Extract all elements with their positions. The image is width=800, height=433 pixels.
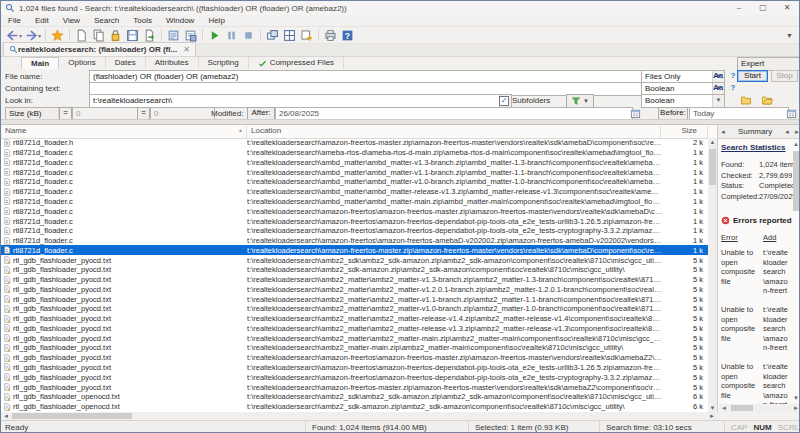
table-row[interactable]: rtl_gdb_flashloader_pyocd.txtt:\realtekl… <box>1 343 708 353</box>
summary-horizontal-scrollbar[interactable]: ◄ ► <box>719 404 800 412</box>
open-results-icon[interactable] <box>165 28 182 43</box>
criteria-tab-main[interactable]: Main <box>21 57 59 69</box>
containing-text-help-icon[interactable]: ? <box>727 82 739 93</box>
table-row[interactable]: crtl8721d_floader.ct:\realtekloadersearc… <box>1 245 708 255</box>
save-icon[interactable] <box>124 28 141 43</box>
table-row[interactable]: rtl_gdb_flashloader_pyocd.txtt:\realtekl… <box>1 324 708 334</box>
summary-vscroll-thumb[interactable] <box>793 151 799 211</box>
menu-help[interactable]: Help <box>201 15 231 27</box>
summary-scroll-down-icon[interactable]: ▼ <box>792 395 800 401</box>
look-in-input[interactable]: t:\realtekloadersearch\▼ <box>89 94 512 108</box>
search-tab[interactable]: realtekloadersearch: (flashloader) OR (f… <box>3 42 196 56</box>
start-icon[interactable] <box>206 28 223 43</box>
search-filter-button[interactable]: ▼ <box>566 94 594 108</box>
file-name-case-button[interactable]: Aa <box>711 70 725 81</box>
summary-scroll-up-icon[interactable]: ▲ <box>792 141 800 147</box>
menu-view[interactable]: View <box>56 15 87 27</box>
scroll-up-icon[interactable]: ▲ <box>708 139 717 145</box>
scroll-right-icon[interactable]: ► <box>708 413 716 419</box>
summary-vertical-scrollbar[interactable]: ▲ ▼ <box>792 141 800 401</box>
summary-tab[interactable]: Summary <box>728 127 782 136</box>
start-button[interactable]: Start <box>737 70 768 82</box>
scroll-left-icon[interactable]: ◄ <box>2 413 10 419</box>
table-row[interactable]: crtl8721d_floader.ct:\realtekloadersearc… <box>1 177 708 187</box>
look-in-type-dropdown-icon[interactable]: ▼ <box>712 95 724 107</box>
print-icon[interactable] <box>322 28 339 43</box>
open-folder-icon[interactable] <box>759 94 775 106</box>
column-header-location[interactable]: Location <box>247 125 661 138</box>
save-results-icon[interactable] <box>182 28 199 43</box>
column-header-size[interactable]: Size <box>661 125 708 138</box>
table-row[interactable]: rtl_gdb_flashloader_pyocd.txtt:\realtekl… <box>1 382 708 392</box>
table-row[interactable]: crtl8721d_floader.ct:\realtekloadersearc… <box>1 216 708 226</box>
table-row[interactable]: rtl_gdb_flashloader_pyocd.txtt:\realtekl… <box>1 294 708 304</box>
table-row[interactable]: rtl_gdb_flashloader_pyocd.txtt:\realtekl… <box>1 333 708 343</box>
table-row[interactable]: crtl8721d_floader.ct:\realtekloadersearc… <box>1 206 708 216</box>
table-row[interactable]: rtl_gdb_flashloader_openocd.txtt:\realte… <box>1 402 708 412</box>
vscroll-thumb[interactable] <box>709 149 716 185</box>
criteria-tab-scripting[interactable]: Scripting <box>199 57 249 69</box>
criteria-tab-dates[interactable]: Dates <box>106 57 146 69</box>
results-vertical-scrollbar[interactable]: ▲ ▼ <box>708 138 717 412</box>
toolbar-overflow-icon[interactable]: ▼ <box>786 32 793 39</box>
table-row[interactable]: crtl8721d_floader.ct:\realtekloadersearc… <box>1 226 708 236</box>
table-row[interactable]: rtl_gdb_flashloader_pyocd.txtt:\realtekl… <box>1 353 708 363</box>
tab-close-icon[interactable]: ✕ <box>183 45 190 54</box>
help-icon[interactable]: ? <box>339 28 356 43</box>
panel-nav-left-icon[interactable]: ◄ <box>782 129 792 135</box>
pause-icon[interactable] <box>223 28 240 43</box>
browse-folder-icon[interactable] <box>738 94 754 106</box>
table-row[interactable]: rtl_gdb_flashloader_pyocd.txtt:\realtekl… <box>1 275 708 285</box>
table-row[interactable]: rtl_gdb_flashloader_pyocd.txtt:\realtekl… <box>1 284 708 294</box>
favorites-icon[interactable] <box>49 28 66 43</box>
menu-search[interactable]: Search <box>87 15 126 27</box>
scroll-down-icon[interactable]: ▼ <box>708 405 717 411</box>
table-row[interactable]: crtl8721d_floader.ct:\realtekloadersearc… <box>1 167 708 177</box>
table-row[interactable]: rtl_gdb_flashloader_pyocd.txtt:\realtekl… <box>1 265 708 275</box>
lock-icon[interactable] <box>107 28 124 43</box>
table-row[interactable]: rtl_gdb_flashloader_pyocd.txtt:\realtekl… <box>1 363 708 373</box>
hscroll-thumb[interactable] <box>12 413 132 419</box>
criteria-tab-attributes[interactable]: Attributes <box>146 57 199 69</box>
new-window-icon[interactable] <box>298 28 315 43</box>
table-row[interactable]: rtl_gdb_flashloader_openocd.txtt:\realte… <box>1 392 708 402</box>
summary-scroll-left-icon[interactable]: ◄ <box>720 405 728 411</box>
criteria-tab-compressed-files[interactable]: Compressed Files <box>249 57 344 69</box>
table-row[interactable]: crtl8721d_floader.ct:\realtekloadersearc… <box>1 158 708 168</box>
table-row[interactable]: rtl_gdb_flashloader_pyocd.txtt:\realtekl… <box>1 255 708 265</box>
containing-text-case-button[interactable]: Aa <box>711 82 725 93</box>
stop-icon[interactable] <box>240 28 257 43</box>
table-row[interactable]: rtl_gdb_flashloader_pyocd.txtt:\realtekl… <box>1 314 708 324</box>
table-row[interactable]: crtl8721d_floader.ct:\realtekloadersearc… <box>1 236 708 246</box>
subfolders-checkbox[interactable]: ✓ <box>499 96 509 106</box>
table-row[interactable]: hrtl8721d_floader.ht:\realtekloadersearc… <box>1 138 708 148</box>
summary-hscroll-thumb[interactable] <box>731 405 753 411</box>
tile-icon[interactable] <box>281 28 298 43</box>
table-row[interactable]: rtl_gdb_flashloader_pyocd.txtt:\realtekl… <box>1 304 708 314</box>
after-calendar-icon[interactable] <box>629 107 642 119</box>
cascade-icon[interactable] <box>264 28 281 43</box>
table-row[interactable]: crtl8721d_floader.ct:\realtekloadersearc… <box>1 148 708 158</box>
table-row[interactable]: crtl8721d_floader.ct:\realtekloadersearc… <box>1 187 708 197</box>
maximize-button[interactable]: ▢ <box>751 1 775 15</box>
close-button[interactable]: ✕ <box>775 1 799 15</box>
menu-edit[interactable]: Edit <box>28 15 56 27</box>
minimize-button[interactable]: – <box>727 1 751 15</box>
back-dropdown-icon[interactable]: ▾ <box>19 32 22 39</box>
summary-scroll-right-icon[interactable]: ► <box>792 405 800 411</box>
table-row[interactable]: crtl8721d_floader.ct:\realtekloadersearc… <box>1 197 708 207</box>
look-in-type-select[interactable]: Boolean▼ <box>641 94 725 108</box>
subfolders-option[interactable]: ✓ Subfolders <box>499 95 550 106</box>
expert-mode-select[interactable]: Expert▼ <box>737 57 800 71</box>
panel-nav-right-icon[interactable]: ► <box>792 129 800 135</box>
column-header-name[interactable]: Name ▲ <box>1 125 247 138</box>
menu-file[interactable]: File <box>1 15 28 27</box>
menu-tools[interactable]: Tools <box>126 15 159 27</box>
stop-button[interactable]: Stop <box>771 70 798 82</box>
panel-collapse-icon[interactable]: ◄ <box>718 129 728 135</box>
new-doc-icon[interactable] <box>73 28 90 43</box>
table-row[interactable]: rtl_gdb_flashloader_pyocd.txtt:\realtekl… <box>1 372 708 382</box>
results-horizontal-scrollbar[interactable]: ◄ ► <box>1 412 717 420</box>
criteria-tab-options[interactable]: Options <box>59 57 106 69</box>
export-icon[interactable] <box>141 28 158 43</box>
